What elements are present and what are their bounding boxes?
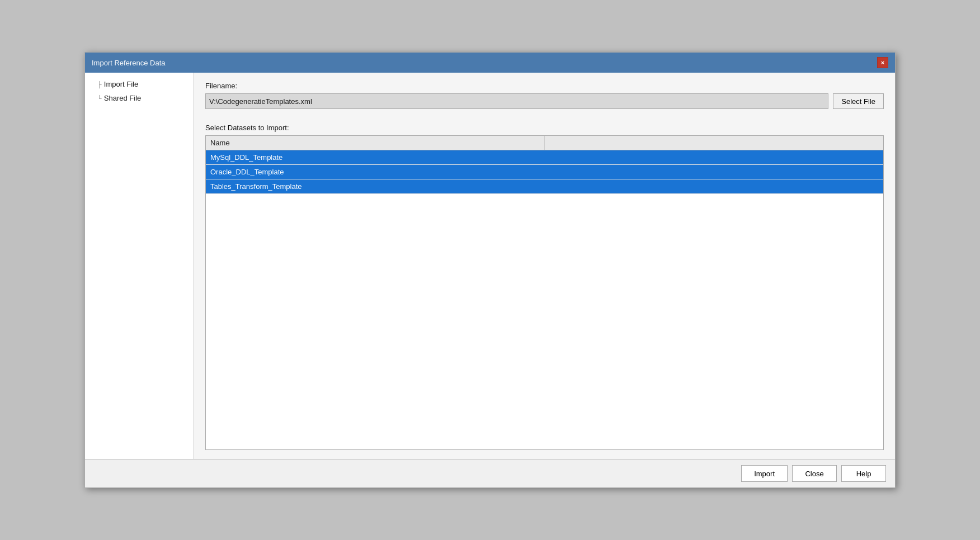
dialog-body: ├ Import File └ Shared File Filename: Se… — [85, 73, 895, 459]
col-name-header: Name — [206, 136, 545, 150]
close-icon[interactable]: × — [877, 57, 888, 68]
table-row[interactable]: Oracle_DDL_Template — [206, 165, 883, 179]
title-bar: Import Reference Data × — [85, 53, 895, 73]
table-row[interactable]: Tables_Transform_Template — [206, 179, 883, 194]
sidebar-item-label: Shared File — [104, 94, 141, 102]
sidebar: ├ Import File └ Shared File — [85, 73, 194, 459]
table-cell-col2 — [545, 150, 884, 164]
sidebar-item-shared-file[interactable]: └ Shared File — [85, 91, 194, 105]
table-cell-name: MySql_DDL_Template — [206, 150, 545, 164]
dialog-footer: Import Close Help — [85, 459, 895, 487]
help-button[interactable]: Help — [841, 465, 886, 482]
table-row[interactable]: MySql_DDL_Template — [206, 150, 883, 165]
dialog-title: Import Reference Data — [92, 59, 166, 67]
col2-header — [545, 136, 883, 150]
table-cell-col2 — [545, 179, 884, 193]
filename-row: Select File — [205, 93, 884, 109]
filename-label: Filename: — [205, 82, 884, 90]
import-button[interactable]: Import — [741, 465, 788, 482]
table-body: MySql_DDL_Template Oracle_DDL_Template T… — [206, 150, 883, 449]
datasets-label: Select Datasets to Import: — [205, 124, 884, 132]
sidebar-item-label: Import File — [104, 80, 138, 88]
table-cell-name: Tables_Transform_Template — [206, 179, 545, 193]
sidebar-item-import-file[interactable]: ├ Import File — [85, 77, 194, 91]
datasets-table: Name MySql_DDL_Template Oracle_DDL_Templ… — [205, 135, 884, 450]
close-button[interactable]: Close — [792, 465, 837, 482]
main-content: Filename: Select File Select Datasets to… — [194, 73, 895, 459]
table-cell-name: Oracle_DDL_Template — [206, 165, 545, 179]
table-header: Name — [206, 136, 883, 150]
filename-input[interactable] — [205, 93, 828, 109]
import-reference-data-dialog: Import Reference Data × ├ Import File └ … — [84, 52, 896, 488]
filename-section: Filename: Select File — [205, 82, 884, 117]
table-cell-col2 — [545, 165, 884, 179]
select-file-button[interactable]: Select File — [833, 93, 884, 109]
